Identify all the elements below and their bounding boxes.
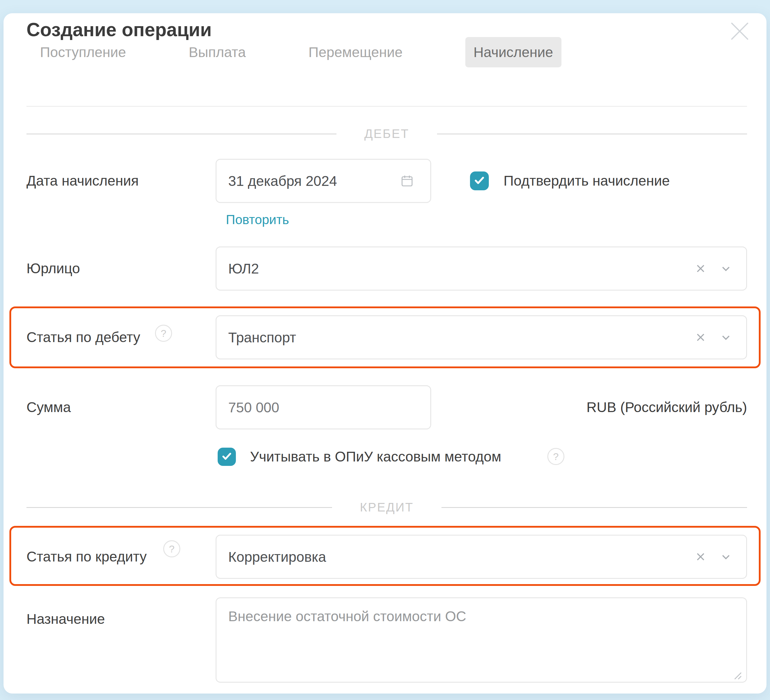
question-icon[interactable]: ? [547,448,565,465]
resize-handle-icon[interactable] [731,669,742,680]
purpose-label: Назначение [26,610,105,628]
credit-article-label: Статья по кредиту [26,548,147,566]
credit-article-select[interactable] [215,535,747,579]
currency-label: RUB (Российский рубль) [586,399,747,416]
tab-peremeshchenie[interactable]: Перемещение [309,44,403,60]
credit-section-divider: КРЕДИТ [26,501,747,514]
clear-icon[interactable] [694,262,707,276]
accrual-date-label: Дата начисления [26,172,139,190]
calendar-icon[interactable] [400,174,414,189]
debit-section-label: ДЕБЕТ [336,127,437,141]
debit-section-divider: ДЕБЕТ [26,127,747,141]
tab-nachislenie[interactable]: Начисление [465,37,561,67]
purpose-textarea[interactable]: Внесение остаточной стоимости ОС [215,597,747,683]
cash-method-checkbox[interactable] [218,448,236,466]
divider-line [26,507,332,508]
tab-postuplenie[interactable]: Поступление [40,44,126,60]
chevron-down-icon[interactable] [720,331,732,345]
confirm-accrual-label: Подтвердить начисление [503,172,670,190]
question-icon[interactable]: ? [155,325,172,342]
tabs-divider [26,106,747,107]
legal-entity-label: Юрлицо [26,260,80,277]
confirm-accrual-checkbox[interactable] [470,171,489,190]
operation-type-tabs: Поступление Выплата Перемещение Начислен… [40,35,561,70]
divider-line [26,134,336,134]
chevron-down-icon[interactable] [720,262,732,276]
repeat-link[interactable]: Повторить [226,212,289,227]
checkmark-icon [473,174,486,188]
amount-label: Сумма [26,399,71,416]
chevron-down-icon[interactable] [720,550,732,564]
credit-section-label: КРЕДИТ [332,500,442,514]
divider-line [442,507,747,508]
amount-input[interactable] [215,385,431,429]
debit-article-select[interactable] [215,315,747,359]
legal-entity-select[interactable] [215,246,747,291]
question-icon[interactable]: ? [163,540,180,557]
accrual-date-input[interactable] [215,159,431,203]
divider-line [437,134,747,134]
close-icon[interactable] [728,20,751,43]
page-background: { "dialog": { "title": "Создание операци… [0,0,770,700]
clear-icon[interactable] [694,550,707,564]
clear-icon[interactable] [694,331,707,345]
create-operation-dialog: Создание операции Поступление Выплата Пе… [3,13,767,694]
cash-method-label: Учитывать в ОПиУ кассовым методом [250,448,501,466]
checkmark-icon [221,450,233,464]
tab-vyplata[interactable]: Выплата [189,44,246,60]
debit-article-label: Статья по дебету [26,328,140,346]
